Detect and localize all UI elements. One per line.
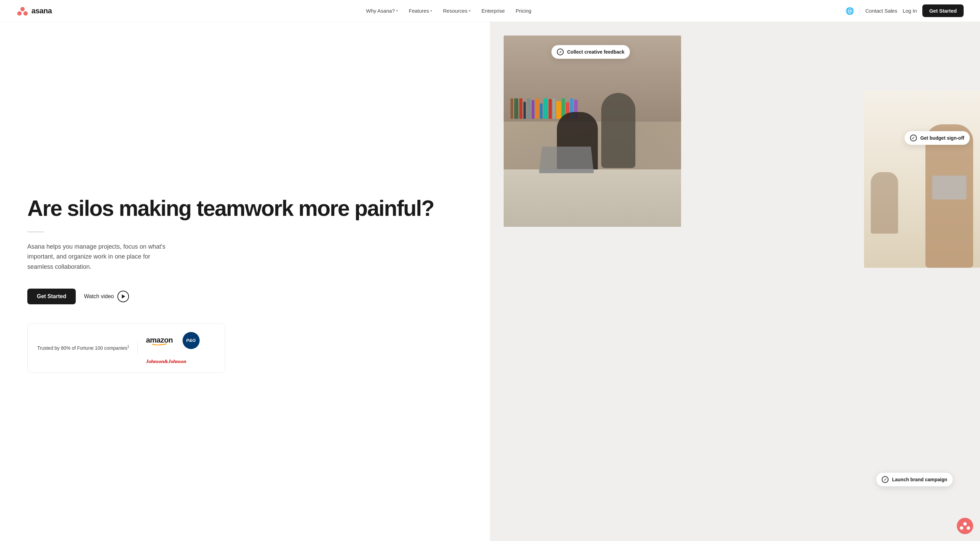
office-image [504, 35, 681, 227]
amazon-arrow-icon [152, 343, 167, 345]
trust-bar: Trusted by 80% of Fortune 100 companies1… [27, 324, 225, 373]
nav-why-asana[interactable]: Why Asana? ▾ [362, 5, 402, 16]
check-icon: ✓ [910, 134, 917, 141]
navbar: asana Why Asana? ▾ Features ▾ Resources … [0, 0, 980, 22]
nav-right: 🌐 Contact Sales Log In Get Started [846, 5, 964, 17]
bright-office-image [864, 90, 980, 268]
hero-buttons: Get Started Watch video [27, 289, 474, 304]
nav-resources[interactable]: Resources ▾ [439, 5, 475, 16]
person2-silhouette [601, 93, 635, 168]
chevron-down-icon: ▾ [430, 9, 432, 13]
svg-point-1 [18, 11, 22, 15]
nav-divider [859, 7, 860, 15]
asana-dots-icon [960, 522, 970, 530]
launch-campaign-badge: ✓ Launch brand campaign [876, 473, 953, 486]
check-icon: ✓ [557, 48, 564, 55]
svg-point-2 [24, 11, 28, 15]
trust-divider [137, 341, 138, 355]
asana-logo-icon [16, 5, 29, 17]
svg-point-5 [960, 526, 963, 530]
pg-logo: P&G [183, 332, 200, 349]
hero-heading: Are silos making teamwork more painful? [27, 197, 474, 220]
svg-point-0 [21, 7, 25, 11]
collect-feedback-badge: ✓ Collect creative feedback [551, 45, 630, 59]
contact-sales-link[interactable]: Contact Sales [865, 8, 897, 14]
nav-features[interactable]: Features ▾ [405, 5, 436, 16]
nav-enterprise[interactable]: Enterprise [477, 5, 509, 16]
hero-left: Are silos making teamwork more painful? … [0, 22, 490, 541]
logo-text: asana [32, 6, 52, 15]
asana-watermark [957, 518, 973, 534]
play-icon [118, 290, 129, 302]
get-started-hero-button[interactable]: Get Started [27, 289, 76, 304]
play-triangle-icon [122, 294, 125, 298]
amazon-logo: amazon [146, 336, 173, 345]
check-icon: ✓ [882, 476, 889, 483]
log-in-button[interactable]: Log In [902, 8, 917, 14]
globe-icon[interactable]: 🌐 [846, 7, 854, 15]
nav-pricing[interactable]: Pricing [512, 5, 535, 16]
svg-point-4 [963, 522, 967, 526]
budget-signoff-badge: ✓ Get budget sign-off [905, 131, 970, 145]
hero-images: ✓ Collect creative feedback ✓ Get budget… [490, 22, 980, 541]
get-started-nav-button[interactable]: Get Started [922, 5, 964, 17]
trust-text: Trusted by 80% of Fortune 100 companies1 [37, 344, 129, 351]
chevron-down-icon: ▾ [396, 9, 398, 13]
logo[interactable]: asana [16, 5, 52, 17]
hero-divider [27, 231, 44, 232]
svg-marker-3 [165, 343, 167, 345]
hero-right: ✓ Collect creative feedback ✓ Get budget… [490, 22, 980, 541]
hero-section: Are silos making teamwork more painful? … [0, 22, 980, 541]
trust-logos: amazon P&G Johnson&Johnson [146, 332, 215, 364]
svg-point-6 [967, 526, 970, 530]
watch-video-button[interactable]: Watch video [84, 290, 129, 302]
hero-description: Asana helps you manage projects, focus o… [27, 242, 170, 272]
chevron-down-icon: ▾ [469, 9, 471, 13]
nav-links: Why Asana? ▾ Features ▾ Resources ▾ Ente… [362, 5, 535, 16]
jj-logo: Johnson&Johnson [146, 359, 186, 364]
